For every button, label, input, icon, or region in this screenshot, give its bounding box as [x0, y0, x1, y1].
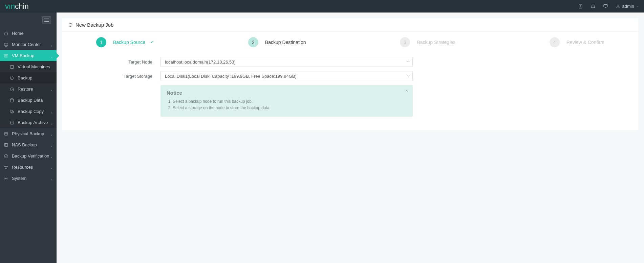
notice-item: Select a storage on the node to store th… [173, 105, 407, 111]
resources-icon [4, 165, 8, 170]
svg-rect-16 [10, 121, 14, 122]
monitor-icon[interactable] [603, 4, 608, 9]
step-backup-destination[interactable]: 2 Backup Destination [248, 37, 306, 47]
sidebar-toggle[interactable] [42, 16, 51, 24]
backup-copy-icon [9, 109, 14, 114]
step-number: 3 [400, 37, 410, 47]
wizard-steps: 1 Backup Source 2 Backup Destination 3 B… [72, 37, 628, 57]
panel-header: New Backup Job [62, 18, 638, 32]
step-backup-strategies[interactable]: 3 Backup Strategies [400, 37, 455, 47]
svg-point-25 [5, 168, 7, 169]
sidebar-item-resources[interactable]: Resources [0, 162, 57, 173]
chevron-left-icon [50, 121, 53, 124]
main-content: New Backup Job 1 Backup Source 2 Backup … [57, 13, 644, 263]
step-label: Backup Source [113, 40, 145, 45]
notice-box: Notice Select a backup node to run this … [160, 85, 413, 117]
svg-rect-19 [4, 134, 7, 135]
sidebar-item-backup[interactable]: Backup [0, 72, 57, 83]
chevron-left-icon [50, 144, 53, 146]
chevron-left-icon [50, 155, 53, 158]
target-storage-label: Target Storage [72, 74, 160, 79]
close-icon[interactable] [405, 89, 409, 94]
clipboard-icon[interactable] [578, 4, 583, 9]
nas-backup-icon [4, 143, 8, 147]
svg-rect-18 [4, 132, 7, 134]
svg-point-13 [10, 98, 13, 100]
svg-text:VM: VM [5, 55, 7, 57]
step-label: Review & Confirm [566, 40, 604, 45]
monitor-center-icon [4, 42, 8, 47]
panel: New Backup Job 1 Backup Source 2 Backup … [62, 18, 638, 130]
chevron-left-icon [50, 166, 53, 169]
sidebar-item-backup-copy[interactable]: Backup Copy [0, 106, 57, 117]
svg-point-24 [6, 166, 8, 167]
sidebar-item-backup-archive[interactable]: Backup Archive [0, 117, 57, 128]
step-label: Backup Destination [265, 40, 306, 45]
system-icon [4, 176, 8, 181]
check-icon [150, 40, 154, 45]
step-review-confirm[interactable]: 4 Review & Confirm [550, 37, 604, 47]
svg-rect-15 [10, 110, 13, 112]
header-bar: vınchin admin [0, 0, 644, 13]
home-icon [4, 31, 8, 36]
sidebar-item-backup-data[interactable]: Backup Data [0, 95, 57, 106]
sidebar-item-backup-verification[interactable]: Backup Verification [0, 150, 57, 162]
sidebar-item-nas-backup[interactable]: NAS Backup [0, 139, 57, 150]
svg-rect-17 [10, 122, 13, 124]
logo-prefix: vın [5, 2, 15, 10]
target-node-label: Target Node [72, 59, 160, 65]
svg-point-26 [5, 178, 7, 179]
chevron-down-icon [50, 54, 53, 57]
svg-point-23 [4, 166, 6, 167]
physical-backup-icon [4, 132, 8, 136]
bell-icon[interactable] [591, 4, 596, 9]
sidebar-item-system[interactable]: System [0, 173, 57, 184]
sidebar-item-physical-backup[interactable]: Physical Backup [0, 128, 57, 139]
chevron-left-icon [50, 110, 53, 113]
target-node-select[interactable]: localhost.localdomain(172.18.26.53) [160, 57, 413, 67]
svg-rect-14 [11, 111, 14, 113]
svg-rect-12 [10, 65, 13, 68]
svg-rect-20 [4, 143, 7, 146]
step-label: Backup Strategies [417, 40, 455, 45]
vm-backup-icon: VM [4, 53, 8, 58]
sidebar-item-vm-backup[interactable]: VM VM Backup [0, 50, 57, 61]
form-row-target-node: Target Node localhost.localdomain(172.18… [72, 57, 628, 67]
restore-icon [9, 87, 14, 92]
sidebar-item-home[interactable]: Home [0, 28, 57, 39]
chevron-left-icon [50, 43, 53, 46]
logo-rest: chin [15, 2, 28, 10]
user-menu[interactable]: admin [616, 4, 639, 9]
sidebar-item-virtual-machines[interactable]: Virtual Machines [0, 61, 57, 72]
notice-title: Notice [167, 90, 407, 96]
svg-rect-4 [603, 5, 607, 7]
chevron-left-icon [50, 133, 53, 135]
target-storage-select[interactable]: Local Disk1(Local Disk, Capacity :199.9G… [160, 71, 413, 81]
svg-rect-8 [4, 43, 8, 45]
step-number: 2 [248, 37, 258, 47]
backup-data-icon [9, 98, 14, 103]
sidebar: Home Monitor Center VM VM Backup Virtual… [0, 13, 57, 263]
form-row-target-storage: Target Storage Local Disk1(Local Disk, C… [72, 71, 628, 81]
chevron-left-icon [50, 88, 53, 91]
sidebar-item-monitor-center[interactable]: Monitor Center [0, 39, 57, 50]
sidebar-item-restore[interactable]: Restore [0, 83, 57, 95]
logo[interactable]: vınchin [5, 2, 29, 11]
step-number: 4 [550, 37, 560, 47]
virtual-machines-icon [9, 65, 14, 69]
backup-archive-icon [9, 120, 14, 125]
refresh-icon [68, 23, 73, 27]
header-icons: admin [578, 4, 639, 9]
svg-point-22 [4, 154, 8, 158]
step-backup-source[interactable]: 1 Backup Source [96, 37, 154, 47]
user-name: admin [622, 4, 634, 9]
chevron-down-icon [636, 5, 639, 8]
page-title: New Backup Job [76, 22, 114, 28]
backup-verification-icon [4, 154, 8, 159]
notice-item: Select a backup node to run this backup … [173, 98, 407, 105]
svg-point-7 [617, 5, 619, 6]
backup-icon [9, 76, 14, 80]
step-number: 1 [96, 37, 106, 47]
chevron-left-icon [50, 177, 53, 180]
